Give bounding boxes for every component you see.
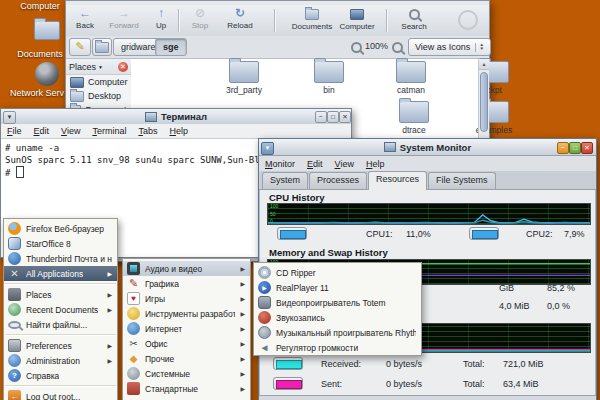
menu-item-thunderbird[interactable]: Thunderbird Почта и новости bbox=[4, 251, 117, 266]
menu-item-label: CD Ripper bbox=[276, 268, 316, 278]
submenu-arrow-icon: ▶ bbox=[240, 355, 245, 362]
sidebar-item-desktop[interactable]: Desktop bbox=[66, 89, 131, 103]
folder-label: 3rd_party bbox=[212, 85, 276, 95]
stop-button[interactable]: ⊘ Stop bbox=[184, 7, 216, 30]
menubar-item-view[interactable]: View bbox=[335, 159, 354, 169]
menu-item-audio-video[interactable]: Аудио и видео▶ bbox=[123, 261, 250, 276]
menu-item-rhythmbox[interactable]: Музыкальный проигрыватель Rhythmbox bbox=[254, 325, 421, 340]
menu-item-administration[interactable]: Administration▶ bbox=[4, 353, 117, 368]
menu-item-system[interactable]: Системные▶ bbox=[123, 366, 250, 381]
sidebar-item-computer[interactable]: Computer bbox=[66, 75, 131, 89]
menu-item-help[interactable]: ?Справка bbox=[4, 368, 117, 383]
sent-color-button[interactable] bbox=[273, 377, 303, 390]
menu-item-games[interactable]: ♥Игры▶ bbox=[123, 291, 250, 306]
menubar-item-monitor[interactable]: Monitor bbox=[265, 159, 295, 169]
cpu1-color-button[interactable] bbox=[277, 227, 307, 240]
cpu2-value: 7,9% bbox=[564, 229, 585, 239]
search-button[interactable]: Search bbox=[394, 7, 434, 31]
close-sidebar-icon[interactable]: ✕ bbox=[118, 62, 128, 72]
tab-file-systems[interactable]: File Systems bbox=[428, 172, 496, 189]
menubar-item-edit[interactable]: Edit bbox=[34, 126, 50, 136]
menu-item-staroffice[interactable]: StarOffice 8 bbox=[4, 236, 117, 251]
path-button-sge[interactable]: sge bbox=[155, 38, 187, 56]
tab-processes[interactable]: Processes bbox=[309, 172, 367, 189]
edit-location-button[interactable]: ✎ bbox=[69, 38, 91, 56]
received-total-value: 721,0 MiB bbox=[503, 359, 544, 369]
folder-icon bbox=[399, 101, 429, 123]
menu-item-volume-control[interactable]: ◄Регулятор громкости bbox=[254, 340, 421, 355]
menu-item-internet[interactable]: Интернет▶ bbox=[123, 321, 250, 336]
menu-item-log-out[interactable]: ←Log Out root... bbox=[4, 389, 117, 400]
submenu-arrow-icon: ▶ bbox=[107, 342, 112, 349]
series-CPU1 bbox=[268, 215, 590, 223]
sent-label: Sent: bbox=[321, 379, 342, 389]
system-monitor-titlebar[interactable]: System Monitor bbox=[259, 139, 596, 156]
menu-item-find-files[interactable]: Найти файлы... bbox=[4, 317, 117, 332]
menu-item-realplayer[interactable]: ▶RealPlayer 11 bbox=[254, 280, 421, 295]
zoom-in-icon[interactable] bbox=[392, 42, 403, 53]
menu-item-all-applications[interactable]: ✕All Applications▶ bbox=[4, 266, 117, 281]
menu-item-cd-ripper[interactable]: CD Ripper bbox=[254, 265, 421, 280]
close-button[interactable]: ✕ bbox=[581, 142, 593, 154]
scrollbar-thumb[interactable] bbox=[480, 72, 488, 132]
tab-resources[interactable]: Resources bbox=[368, 171, 427, 190]
maximize-button[interactable]: □ bbox=[569, 142, 581, 154]
menubar-item-view[interactable]: View bbox=[61, 126, 80, 136]
window-menu-button[interactable]: ▼ bbox=[261, 142, 274, 155]
folder-3rd_party[interactable]: 3rd_party bbox=[212, 61, 276, 95]
folder-bin[interactable]: bin bbox=[297, 61, 361, 95]
throbber-icon bbox=[458, 10, 478, 30]
menubar-item-help[interactable]: Help bbox=[169, 126, 188, 136]
up-button[interactable]: ↑ Up bbox=[148, 7, 174, 30]
menu-item-firefox[interactable]: Firefox Веб-браузер bbox=[4, 221, 117, 236]
totem-icon bbox=[258, 296, 271, 309]
system-icon bbox=[127, 367, 140, 380]
zoom-out-icon[interactable] bbox=[351, 42, 362, 53]
submenu-arrow-icon: ▶ bbox=[240, 370, 245, 377]
root-path-button[interactable] bbox=[92, 38, 112, 56]
menu-item-sound-recorder[interactable]: Звукозапись bbox=[254, 310, 421, 325]
menubar-item-edit[interactable]: Edit bbox=[307, 159, 323, 169]
received-color-button[interactable] bbox=[273, 357, 303, 370]
back-button[interactable]: ← Back bbox=[70, 7, 100, 30]
menu-item-graphics[interactable]: ✎Графика▶ bbox=[123, 276, 250, 291]
menu-item-label: Places bbox=[26, 290, 52, 300]
menubar-item-terminal[interactable]: Terminal bbox=[92, 126, 126, 136]
administration-icon bbox=[8, 354, 21, 367]
view-mode-select[interactable]: View as Icons ▲▼ bbox=[408, 38, 491, 56]
received-total-label: Total: bbox=[463, 359, 485, 369]
folder-ckpt[interactable]: ckpt bbox=[462, 61, 526, 95]
menu-item-places[interactable]: Places▶ bbox=[4, 287, 117, 302]
forward-button[interactable]: → Forward bbox=[104, 7, 144, 30]
cpu2-color-button[interactable] bbox=[469, 227, 499, 240]
folder-dtrace[interactable]: dtrace bbox=[382, 101, 446, 135]
menu-item-accessories[interactable]: Стандартные▶ bbox=[123, 381, 250, 396]
menu-item-other[interactable]: ◆Прочие▶ bbox=[123, 351, 250, 366]
menu-item-dev-tools[interactable]: Инструменты разработки▶ bbox=[123, 306, 250, 321]
stop-icon: ⊘ bbox=[184, 7, 216, 21]
up-arrow-icon: ↑ bbox=[148, 7, 174, 21]
menubar-item-file[interactable]: File bbox=[7, 126, 22, 136]
tab-system[interactable]: System bbox=[262, 172, 308, 189]
desktop-icon-computer[interactable]: Computer bbox=[10, 1, 70, 11]
scroll-up-icon[interactable]: ▲ bbox=[479, 59, 489, 70]
computer-button[interactable]: Computer bbox=[332, 7, 382, 31]
menubar-item-tabs[interactable]: Tabs bbox=[138, 126, 157, 136]
reload-button[interactable]: ↻ Reload bbox=[220, 7, 260, 30]
folder-catman[interactable]: catman bbox=[379, 61, 443, 95]
realplayer-icon: ▶ bbox=[258, 281, 271, 294]
close-button[interactable]: ✕ bbox=[339, 111, 351, 123]
folder-examples[interactable]: examples bbox=[462, 101, 526, 135]
terminal-titlebar[interactable]: Терминал bbox=[1, 109, 351, 125]
menu-item-totem[interactable]: Видеопроигрыватель Totem bbox=[254, 295, 421, 310]
menu-item-preferences[interactable]: Preferences▶ bbox=[4, 338, 117, 353]
menu-item-recent-documents[interactable]: Recent Documents▶ bbox=[4, 302, 117, 317]
menubar-item-help[interactable]: Help bbox=[366, 159, 385, 169]
maximize-button[interactable]: □ bbox=[327, 111, 339, 123]
window-menu-button[interactable]: ▼ bbox=[3, 111, 16, 124]
minimize-button[interactable]: − bbox=[557, 142, 569, 154]
places-header[interactable]: Places ▼ ✕ bbox=[66, 59, 131, 75]
menu-item-office[interactable]: ✂Офис▶ bbox=[123, 336, 250, 351]
menu-item-label: Thunderbird Почта и новости bbox=[26, 254, 112, 264]
minimize-button[interactable]: − bbox=[315, 111, 327, 123]
